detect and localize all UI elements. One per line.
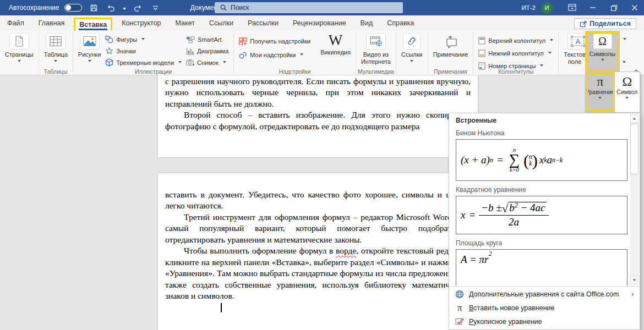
ribbon-display-options-icon[interactable] — [563, 0, 581, 15]
equation-gallery: Встроенные Бином Ньютона (x + a)n = n ∑ … — [449, 113, 640, 330]
smartart-icon — [186, 36, 195, 43]
symbols-button[interactable]: Ω Символы — [585, 31, 620, 75]
more-equations-item[interactable]: Дополнительные уравнения с сайта Office.… — [449, 287, 640, 301]
tab-help[interactable]: Справка — [382, 16, 419, 31]
title-bar: Автосохранение Документ1 - Word Поиск ИТ… — [0, 0, 644, 15]
chart-icon — [186, 47, 194, 55]
equation-item-circle-area[interactable]: A = πr2 — [456, 249, 627, 285]
chart-button[interactable]: Диаграмма — [184, 46, 231, 56]
equation-name-quadratic: Квадратное уравнение — [456, 186, 629, 194]
equation-item-quadratic[interactable]: x = −b ± √ b2 − 4ac 2a — [456, 196, 627, 234]
footer-icon — [478, 50, 485, 57]
links-button[interactable]: Ссылки — [399, 32, 425, 63]
smartart-button[interactable]: SmartArt — [184, 34, 231, 45]
word-window: Автосохранение Документ1 - Word Поиск ИТ… — [0, 0, 644, 330]
pages-button[interactable]: Страницы — [3, 32, 36, 63]
misspelled-word: ворде — [336, 246, 356, 255]
online-video-button[interactable]: Видео изИнтернета — [359, 32, 393, 65]
globe-icon — [455, 290, 464, 299]
tab-insert[interactable]: Вставка — [74, 18, 112, 31]
tab-review[interactable]: Рецензирование — [288, 16, 351, 31]
insert-new-equation-item[interactable]: π Вставить новое уравнение — [449, 301, 640, 315]
undo-button[interactable] — [105, 2, 117, 13]
store-icon — [239, 37, 247, 45]
equation-name-binomial: Бином Ньютона — [456, 129, 629, 137]
link-icon — [407, 37, 417, 46]
wikipedia-icon: W — [329, 33, 342, 48]
search-input[interactable]: Поиск — [215, 2, 403, 13]
picture-icon — [83, 36, 96, 47]
shapes-icon — [105, 36, 113, 43]
icons-button[interactable]: Значки — [103, 46, 184, 56]
addin-icon — [239, 51, 247, 59]
tab-view[interactable]: Вид — [356, 16, 378, 31]
shapes-button[interactable]: Фигуры — [103, 34, 184, 45]
tab-layout[interactable]: Макет — [171, 16, 200, 31]
3d-model-icon — [105, 58, 113, 67]
paragraph: с разрешения научного руководителя. Если… — [165, 76, 471, 109]
redo-button[interactable] — [132, 2, 144, 13]
group-headers: Верхний колонтитул Нижний колонтитул Ном… — [473, 31, 558, 75]
table-button[interactable]: Таблица — [42, 32, 70, 63]
scroll-down-icon[interactable] — [630, 276, 638, 284]
minimize-button[interactable] — [583, 0, 602, 15]
tab-design[interactable]: Конструктор — [117, 16, 166, 31]
equation-button[interactable]: π Уравнение — [586, 72, 615, 112]
camera-icon — [186, 59, 194, 66]
share-button[interactable]: Поделиться — [574, 18, 636, 29]
builtin-header: Встроенные — [456, 117, 629, 124]
footer-button[interactable]: Нижний колонтитул — [476, 48, 555, 58]
screenshot-button[interactable]: Снимок — [184, 57, 231, 68]
account-label[interactable]: ИТ-2 — [521, 4, 536, 11]
group-addins: Получить надстройки Мои надстройки W Вик… — [234, 31, 356, 75]
text-cursor — [221, 303, 222, 312]
wikipedia-button[interactable]: W Википедия — [318, 32, 353, 57]
quick-access-toolbar-menu-icon[interactable] — [149, 2, 161, 13]
close-button[interactable] — [625, 0, 644, 15]
equation-name-circle-area: Площадь круга — [456, 239, 629, 247]
document-page-2[interactable]: вставить в документ. Убедитесь, что каче… — [158, 173, 478, 330]
paragraph: Чтобы выполнить оформление формул в ворд… — [165, 245, 471, 301]
undo-dropdown-icon[interactable] — [123, 8, 126, 10]
menu-separator — [449, 286, 640, 287]
restore-button[interactable] — [604, 0, 623, 15]
pi-icon: π — [455, 302, 464, 314]
gallery-scrollbar[interactable] — [630, 114, 638, 284]
autosave-toggle[interactable] — [64, 4, 82, 12]
group-pages: Страницы — [0, 31, 39, 75]
omega-icon: Ω — [598, 35, 607, 48]
header-icon — [478, 37, 485, 45]
scroll-up-icon[interactable] — [630, 114, 638, 123]
tab-mailings[interactable]: Рассылки — [243, 16, 283, 31]
page-icon — [15, 36, 24, 47]
header-button[interactable]: Верхний колонтитул — [476, 35, 555, 46]
equation-item-binomial[interactable]: (x + a)n = n ∑ k=0 ( nk ) xk an−k — [456, 139, 627, 181]
document-page-1[interactable]: с разрешения научного руководителя. Если… — [158, 75, 478, 157]
group-links: Ссылки — [396, 31, 428, 75]
group-comments: Примечание Примечания — [428, 31, 473, 75]
paragraph: Второй способ – вставить изображение. Дл… — [165, 109, 471, 132]
avatar[interactable]: И — [541, 2, 553, 14]
video-icon — [369, 36, 383, 47]
symbol-button[interactable]: Ω Символ — [615, 72, 640, 112]
tab-home[interactable]: Главная — [34, 16, 70, 31]
icons-icon — [105, 47, 113, 55]
ribbon: Страницы Таблица Таблицы Рисунки Фигуры — [0, 31, 644, 75]
group-media: Видео изИнтернета Мультимедиа — [356, 31, 396, 75]
3d-models-button[interactable]: Трехмерные модели — [103, 57, 184, 68]
comment-button[interactable]: Примечание — [431, 32, 471, 59]
ink-equation-item[interactable]: Рукописное уравнение — [449, 315, 640, 328]
svg-text:A: A — [576, 37, 581, 46]
pictures-button[interactable]: Рисунки — [76, 32, 103, 63]
scrollbar-thumb[interactable] — [630, 124, 638, 174]
get-addins-button[interactable]: Получить надстройки — [237, 36, 313, 46]
pi-icon: π — [597, 74, 603, 89]
my-addins-button[interactable]: Мои надстройки — [237, 50, 313, 60]
save-icon[interactable] — [88, 2, 100, 13]
tab-references[interactable]: Ссылки — [204, 16, 238, 31]
tab-file[interactable]: Файл — [2, 16, 29, 31]
equation-gallery-scroll: Встроенные Бином Ньютона (x + a)n = n ∑ … — [449, 113, 631, 285]
group-illustrations: Рисунки Фигуры Значки Трехмерные модели — [73, 31, 233, 75]
omega-icon: Ω — [622, 74, 632, 89]
table-icon — [50, 36, 62, 47]
